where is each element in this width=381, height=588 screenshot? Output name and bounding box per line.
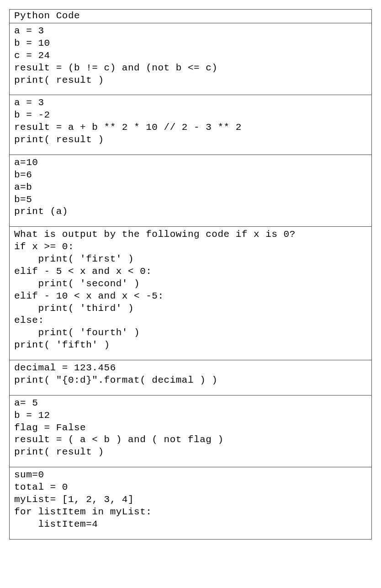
table-header-label: Python Code bbox=[14, 11, 80, 21]
table-row: a= 5 b = 12 flag = False result = ( a < … bbox=[10, 396, 371, 467]
code-block: a = 3 b = -2 result = a + b ** 2 * 10 //… bbox=[14, 97, 367, 146]
code-block: sum=0 total = 0 myList= [1, 2, 3, 4] for… bbox=[14, 469, 367, 530]
code-block: a=10 b=6 a=b b=5 print (a) bbox=[14, 157, 367, 218]
table-row: a = 3 b = 10 c = 24 result = (b != c) an… bbox=[10, 23, 371, 95]
code-block: a = 3 b = 10 c = 24 result = (b != c) an… bbox=[14, 25, 367, 86]
code-block: a= 5 b = 12 flag = False result = ( a < … bbox=[14, 397, 367, 459]
table-row: sum=0 total = 0 myList= [1, 2, 3, 4] for… bbox=[10, 467, 371, 539]
code-block: What is output by the following code if … bbox=[14, 229, 367, 352]
table-header-cell: Python Code bbox=[10, 10, 371, 23]
code-table: Python Code a = 3 b = 10 c = 24 result =… bbox=[9, 9, 372, 540]
table-row: What is output by the following code if … bbox=[10, 227, 371, 360]
code-block: decimal = 123.456 print( "{0:d}".format(… bbox=[14, 362, 367, 387]
table-row: decimal = 123.456 print( "{0:d}".format(… bbox=[10, 360, 371, 396]
table-row: a = 3 b = -2 result = a + b ** 2 * 10 //… bbox=[10, 95, 371, 155]
table-row: a=10 b=6 a=b b=5 print (a) bbox=[10, 155, 371, 227]
